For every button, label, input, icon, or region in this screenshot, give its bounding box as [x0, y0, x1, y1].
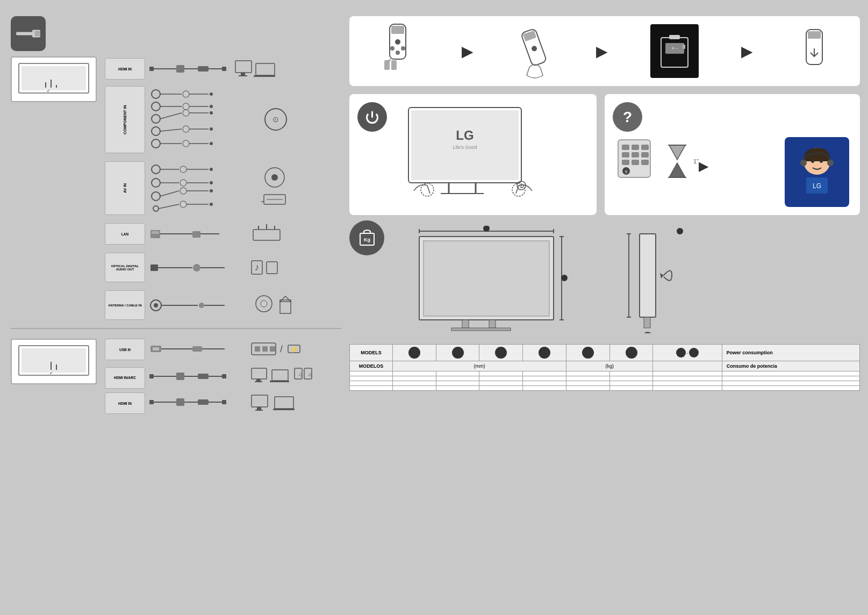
svg-rect-75 [253, 230, 280, 240]
hdmi-bottom-devices [250, 392, 299, 414]
svg-point-38 [210, 92, 213, 96]
usb-devices: / ⚡ [250, 339, 315, 360]
svg-rect-119 [255, 381, 262, 382]
cable-icon-box [11, 16, 46, 51]
svg-text:↙: ↙ [47, 88, 51, 93]
svg-text:⊙: ⊙ [272, 115, 279, 124]
svg-point-22 [152, 139, 160, 148]
av-in-row: AV IN [105, 161, 304, 215]
svg-marker-181 [669, 163, 685, 177]
svg-point-40 [210, 111, 213, 115]
svg-rect-73 [192, 231, 200, 238]
svg-point-18 [152, 90, 160, 98]
svg-point-143 [396, 51, 400, 55]
agent-illustration: LG [793, 142, 841, 202]
timer-label: 1" [693, 158, 699, 165]
svg-rect-212 [644, 317, 650, 328]
models-table: MODELS [349, 344, 860, 391]
svg-rect-0 [16, 32, 35, 35]
optical-row: OPTICAL DIGITAL AUDIO OUT ♪ [105, 253, 283, 282]
svg-text:-+: -+ [387, 58, 391, 63]
svg-rect-79 [150, 264, 158, 271]
hdmi-arc-label: HDMI IN/ARC [105, 367, 145, 389]
antenna-label: ANTENNA / CABLE IN [105, 290, 145, 320]
tv-diagram-top: ↙ [16, 61, 91, 98]
svg-text:LG: LG [456, 128, 474, 142]
svg-point-217 [677, 228, 683, 234]
svg-rect-110 [149, 374, 154, 378]
models-header: MODELS [350, 345, 393, 361]
svg-point-187 [811, 160, 814, 163]
keypad-container: 9 [615, 137, 653, 182]
svg-rect-153 [683, 45, 685, 49]
svg-rect-175 [622, 160, 629, 165]
svg-text:⚡: ⚡ [290, 345, 298, 353]
svg-point-54 [180, 180, 186, 186]
svg-point-149 [530, 45, 537, 52]
av-connectors [149, 161, 257, 215]
svg-point-140 [395, 39, 400, 45]
arrow-1: ▶ [462, 42, 474, 60]
battery-insertion: + - [656, 30, 693, 73]
svg-point-186 [827, 160, 834, 166]
svg-point-62 [210, 181, 213, 184]
antenna-device-icon [250, 292, 293, 319]
table-row [350, 376, 860, 381]
svg-point-142 [401, 46, 405, 51]
section-divider [11, 328, 341, 329]
hdmi-in-bottom-row: HDMI IN [105, 392, 299, 414]
svg-text:/: / [280, 344, 283, 354]
col-model-4 [523, 345, 566, 361]
svg-point-81 [193, 264, 200, 271]
svg-text:♫: ♫ [308, 371, 312, 377]
cable-icon [16, 24, 40, 43]
consumo-header: Consumo de potencia [722, 361, 859, 371]
svg-point-56 [180, 201, 186, 208]
tv-front-dimensions: kg [398, 226, 602, 328]
battery-strip: -+ ▶ ▶ + - [349, 16, 860, 86]
svg-point-29 [183, 103, 189, 110]
agent-icon-box: LG [785, 137, 849, 207]
av-in-label: AV IN [105, 161, 145, 215]
svg-point-21 [152, 127, 160, 135]
svg-rect-126 [149, 400, 154, 404]
svg-rect-197 [451, 328, 511, 331]
svg-point-205 [561, 275, 568, 281]
svg-rect-6 [149, 67, 154, 71]
svg-rect-8 [176, 65, 184, 73]
svg-point-55 [180, 188, 186, 194]
lan-row: LAN [105, 223, 293, 245]
col-model-7: - [653, 345, 722, 361]
svg-text:Kg: Kg [364, 237, 370, 242]
svg-point-218 [643, 332, 652, 333]
svg-text:♫: ♫ [298, 371, 303, 377]
hdmi-in-bottom-label: HDMI IN [105, 392, 145, 414]
svg-rect-174 [641, 152, 649, 158]
svg-point-92 [261, 301, 267, 307]
tv-display-top: ↙ [11, 56, 97, 102]
svg-rect-137 [273, 409, 295, 410]
svg-rect-169 [622, 145, 629, 150]
svg-point-87 [154, 303, 158, 308]
svg-point-46 [152, 178, 160, 187]
dimensions-section: Kg [349, 220, 860, 333]
hdmi-arc-devices: ♫ ♫ [250, 366, 320, 390]
svg-text:+ -: + - [672, 46, 678, 51]
svg-point-185 [800, 160, 807, 166]
svg-rect-194 [424, 241, 549, 316]
remote-icon: -+ [376, 22, 419, 81]
support-section: ? 9 [605, 94, 860, 215]
svg-point-48 [153, 206, 159, 211]
lan-connector [149, 225, 246, 244]
svg-rect-151 [669, 35, 680, 39]
svg-rect-177 [641, 160, 649, 165]
timer-container: 1" [664, 142, 699, 180]
svg-rect-120 [272, 370, 288, 381]
usb-row: USB III / ⚡ [105, 339, 315, 360]
svg-rect-196 [489, 320, 496, 328]
antenna-row: ANTENNA / CABLE IN [105, 290, 293, 320]
power-icon-circle [357, 102, 387, 132]
hdmi-arc-connector [149, 368, 246, 387]
antenna-connector [149, 295, 246, 316]
svg-point-20 [152, 115, 160, 123]
